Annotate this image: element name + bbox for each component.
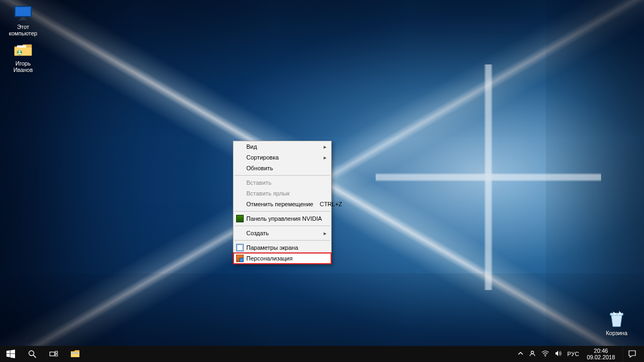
ctx-item-label: Панель управления NVIDIA [246, 215, 322, 222]
svg-line-9 [33, 355, 36, 358]
people-icon [529, 350, 536, 357]
display-settings-icon [236, 244, 244, 251]
personalization-icon [236, 255, 244, 262]
taskbar: РУС 20:46 09.02.2018 [0, 346, 644, 362]
recycle-bin-icon [606, 308, 627, 329]
desktop-context-menu: Вид ▸ Сортировка ▸ Обновить Вставить Вст… [233, 141, 332, 264]
tray-network-icon[interactable] [541, 350, 549, 358]
svg-point-14 [531, 351, 534, 354]
tray-volume-icon[interactable] [554, 350, 562, 358]
svg-rect-13 [72, 353, 79, 354]
ctx-item-label: Отменить перемещение [246, 201, 313, 207]
tray-clock[interactable]: 20:46 09.02.2018 [584, 346, 617, 362]
start-button[interactable] [0, 346, 21, 362]
desktop-icon-label: Этот компьютер [9, 24, 38, 37]
svg-rect-2 [21, 17, 25, 19]
tray-input-language[interactable]: РУС [567, 351, 580, 357]
ctx-separator [235, 175, 330, 176]
search-button[interactable] [21, 346, 43, 362]
ctx-item-label: Персонализация [246, 255, 292, 262]
system-tray: РУС 20:46 09.02.2018 [513, 346, 644, 362]
speaker-icon [554, 350, 562, 357]
ctx-item-label: Параметры экрана [246, 244, 298, 251]
file-explorer-icon [70, 349, 80, 359]
desktop-icon-recycle-bin[interactable]: Корзина [597, 308, 636, 336]
ctx-item-shortcut: CTRL+Z [313, 201, 342, 207]
search-icon [28, 350, 36, 358]
svg-point-15 [545, 356, 546, 357]
svg-point-8 [29, 351, 34, 356]
ctx-item-nvidia-panel[interactable]: Панель управления NVIDIA [233, 213, 331, 224]
user-folder-icon [13, 41, 33, 59]
ctx-item-sort[interactable]: Сортировка ▸ [233, 152, 331, 163]
ctx-item-label: Сортировка [246, 154, 279, 161]
ctx-separator [235, 226, 330, 226]
ctx-item-label: Создать [246, 230, 269, 236]
ctx-item-new[interactable]: Создать ▸ [233, 228, 331, 238]
desktop[interactable]: Этот компьютер Игорь Иванов Корзина Вид … [0, 0, 644, 362]
chevron-right-icon: ▸ [324, 143, 327, 150]
chevron-right-icon: ▸ [324, 154, 327, 161]
ctx-item-personalize[interactable]: Персонализация [233, 253, 331, 264]
action-center-button[interactable] [623, 346, 641, 362]
ctx-item-label: Вид [246, 143, 257, 150]
desktop-icon-column: Этот компьютер Игорь Иванов [3, 3, 46, 76]
ctx-item-refresh[interactable]: Обновить [233, 163, 331, 173]
tray-people-icon[interactable] [529, 350, 536, 358]
desktop-icon-label: Корзина [606, 330, 627, 336]
notification-icon [628, 350, 636, 358]
task-view-icon [49, 350, 58, 358]
tray-time: 20:46 [587, 347, 615, 354]
ctx-separator [235, 240, 330, 241]
task-view-button[interactable] [43, 346, 64, 362]
windows-logo-icon [6, 350, 15, 358]
ctx-item-paste: Вставить [233, 177, 331, 188]
svg-rect-11 [55, 351, 57, 353]
tray-overflow-button[interactable] [518, 351, 523, 357]
svg-rect-12 [55, 354, 57, 356]
svg-rect-10 [50, 352, 55, 356]
ctx-item-label: Обновить [246, 165, 273, 171]
desktop-icon-user-folder[interactable]: Игорь Иванов [3, 40, 43, 76]
ctx-item-label: Вставить [246, 179, 272, 186]
wifi-icon [541, 350, 549, 357]
desktop-icon-this-pc[interactable]: Этот компьютер [3, 3, 43, 40]
ctx-item-paste-shortcut: Вставить ярлык [233, 188, 331, 199]
ctx-separator [235, 211, 330, 212]
nvidia-icon [236, 215, 244, 222]
this-pc-icon [13, 4, 33, 23]
desktop-icon-label: Игорь Иванов [13, 60, 33, 73]
ctx-item-label: Вставить ярлык [246, 190, 290, 197]
svg-rect-1 [16, 7, 31, 16]
chevron-up-icon [518, 351, 523, 356]
svg-point-6 [18, 50, 20, 52]
svg-rect-3 [19, 19, 27, 20]
ctx-item-view[interactable]: Вид ▸ [233, 141, 331, 152]
taskbar-app-file-explorer[interactable] [64, 346, 86, 362]
tray-date: 09.02.2018 [587, 354, 615, 360]
chevron-right-icon: ▸ [324, 230, 327, 237]
ctx-item-undo-move[interactable]: Отменить перемещение CTRL+Z [233, 199, 331, 209]
ctx-item-display-settings[interactable]: Параметры экрана [233, 242, 331, 253]
